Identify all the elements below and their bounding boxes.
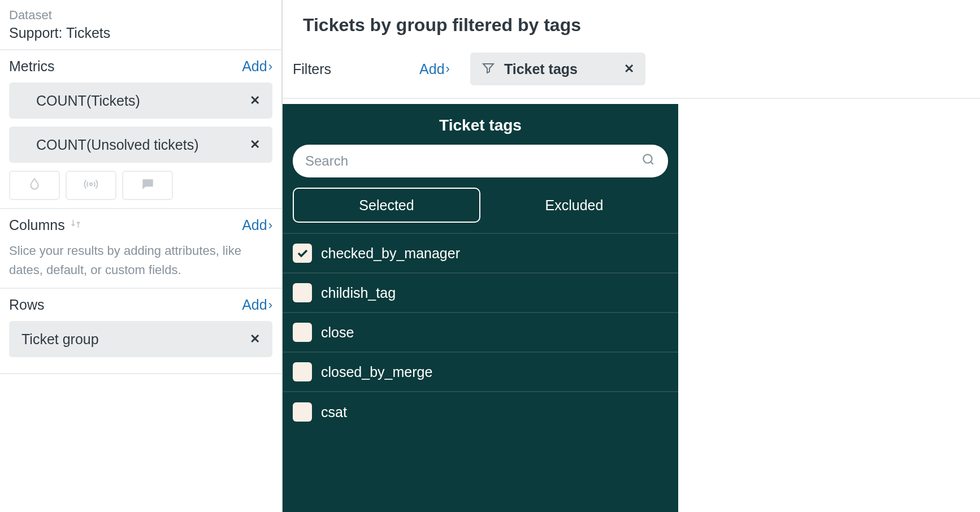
filter-chip-ticket-tags[interactable]: Ticket tags ✕ — [470, 53, 645, 85]
filters-label: Filters — [293, 61, 331, 77]
checkbox[interactable] — [293, 283, 312, 302]
dataset-label: Dataset — [9, 8, 272, 23]
option-row[interactable]: csat — [283, 392, 678, 432]
option-row[interactable]: childish_tag — [283, 274, 678, 313]
report-title[interactable]: Tickets by group filtered by tags — [283, 0, 980, 53]
remove-metric-button[interactable]: ✕ — [250, 137, 260, 152]
metrics-title: Metrics — [9, 58, 55, 75]
dataset-value[interactable]: Support: Tickets — [9, 25, 272, 41]
filter-chip-label: Ticket tags — [504, 61, 578, 77]
broadcast-icon — [84, 177, 98, 194]
remove-metric-button[interactable]: ✕ — [250, 93, 260, 108]
filters-add-button[interactable]: Add › — [419, 61, 450, 77]
checkbox[interactable] — [293, 402, 312, 422]
search-icon — [641, 152, 656, 170]
svg-point-0 — [90, 183, 92, 185]
filters-bar: Filters Add › Ticket tags ✕ — [283, 53, 980, 99]
metric-pill[interactable]: COUNT(Tickets) ✕ — [9, 83, 272, 119]
columns-title-text: Columns — [9, 217, 65, 233]
add-label: Add — [419, 61, 444, 77]
columns-add-button[interactable]: Add › — [242, 217, 272, 233]
columns-title: Columns — [9, 217, 82, 233]
metrics-section: Metrics Add › COUNT(Tickets) ✕ COUNT(Uns… — [0, 50, 281, 209]
search-input[interactable] — [305, 153, 634, 169]
option-row[interactable]: closed_by_merge — [283, 353, 678, 392]
option-label: childish_tag — [321, 285, 396, 301]
comment-icon — [140, 177, 155, 194]
comment-button[interactable] — [122, 171, 173, 200]
chevron-right-icon: › — [268, 59, 272, 74]
options-list: checked_by_managerchildish_tagcloseclose… — [283, 233, 678, 432]
option-row[interactable]: close — [283, 313, 678, 353]
metric-pill[interactable]: COUNT(Unsolved tickets) ✕ — [9, 127, 272, 163]
broadcast-button[interactable] — [66, 171, 116, 200]
option-row[interactable]: checked_by_manager — [283, 234, 678, 274]
checkbox[interactable] — [293, 323, 312, 342]
option-label: closed_by_merge — [321, 364, 432, 380]
columns-hint: Slice your results by adding attributes,… — [9, 241, 272, 280]
rows-title: Rows — [9, 297, 45, 313]
metric-toolbar — [9, 171, 272, 200]
main-area: Tickets by group filtered by tags Filter… — [283, 0, 980, 512]
add-label: Add — [242, 58, 267, 75]
rows-add-button[interactable]: Add › — [242, 297, 272, 313]
tab-excluded[interactable]: Excluded — [480, 188, 668, 223]
drop-icon — [27, 177, 42, 194]
option-label: checked_by_manager — [321, 245, 460, 262]
remove-filter-button[interactable]: ✕ — [624, 62, 634, 76]
dataset-section: Dataset Support: Tickets — [0, 0, 281, 50]
option-label: close — [321, 324, 354, 341]
config-sidebar: Dataset Support: Tickets Metrics Add › C… — [0, 0, 283, 512]
metric-label: COUNT(Tickets) — [36, 93, 140, 109]
row-pill[interactable]: Ticket group ✕ — [9, 321, 272, 357]
filter-dropdown-panel: Ticket tags Selected Excluded checked_by… — [283, 104, 678, 512]
chevron-right-icon: › — [268, 298, 272, 313]
add-label: Add — [242, 217, 267, 233]
columns-section: Columns Add › Slice your results by addi… — [0, 209, 281, 289]
option-label: csat — [321, 404, 347, 420]
add-label: Add — [242, 297, 267, 313]
checkbox[interactable] — [293, 362, 312, 381]
color-picker-button[interactable] — [9, 171, 60, 200]
chevron-right-icon: › — [268, 218, 272, 233]
tab-selected[interactable]: Selected — [293, 188, 480, 223]
remove-row-button[interactable]: ✕ — [250, 332, 260, 346]
swap-axes-icon[interactable] — [70, 217, 82, 233]
search-field-wrap[interactable] — [293, 145, 668, 177]
segmented-control: Selected Excluded — [293, 188, 668, 223]
metric-label: COUNT(Unsolved tickets) — [36, 137, 199, 153]
row-label: Ticket group — [21, 331, 99, 348]
panel-title: Ticket tags — [283, 104, 678, 145]
filter-icon — [482, 61, 495, 77]
rows-section: Rows Add › Ticket group ✕ — [0, 289, 281, 374]
svg-point-1 — [643, 154, 652, 163]
checkbox[interactable] — [293, 244, 312, 263]
metrics-add-button[interactable]: Add › — [242, 58, 272, 75]
chevron-right-icon: › — [446, 62, 450, 76]
